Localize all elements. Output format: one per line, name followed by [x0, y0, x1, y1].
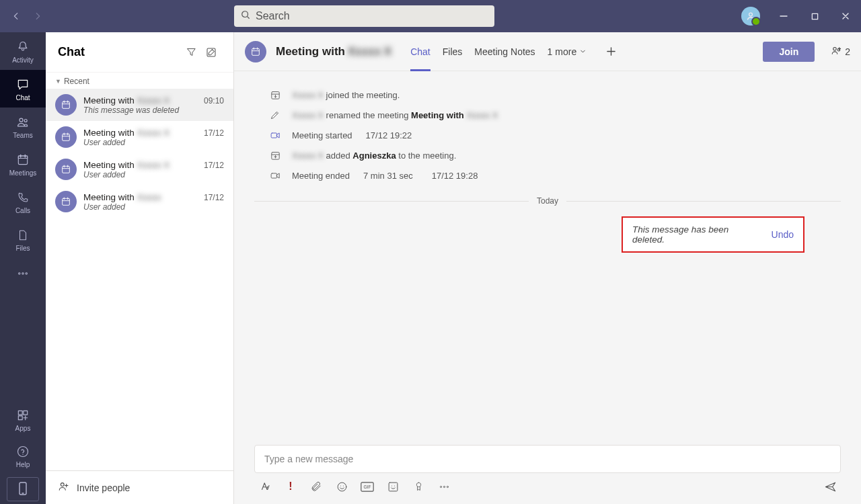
sticker-button[interactable]	[386, 480, 400, 493]
tab-files[interactable]: Files	[443, 32, 463, 71]
video-icon	[268, 128, 283, 142]
svg-rect-2	[812, 13, 817, 19]
calendar-icon	[55, 126, 77, 148]
tab-more[interactable]: 1 more	[548, 46, 587, 57]
tab-meeting-notes[interactable]: Meeting Notes	[474, 32, 535, 71]
rail-calls[interactable]: Calls	[0, 183, 46, 220]
search-icon	[241, 10, 250, 22]
meeting-icon	[245, 41, 266, 62]
priority-button[interactable]: !	[284, 480, 297, 493]
device-icon	[18, 482, 28, 497]
invite-label: Invite people	[77, 482, 130, 493]
rail-calls-label: Calls	[15, 207, 30, 214]
compose-toolbar: ! GIF	[254, 473, 841, 493]
chat-list-pane: Chat ▼ Recent Meeting with Xxxxx X09:10T…	[46, 32, 234, 504]
chat-item-title: Meeting with Xxxxx X	[83, 128, 170, 138]
chat-item[interactable]: Meeting with Xxxxx X17/12User added	[46, 121, 233, 153]
sys-added: Xxxxx X added Agnieszka to the meeting.	[268, 145, 841, 165]
compose-placeholder: Type a new message	[264, 454, 353, 464]
chat-item-sub: User added	[83, 170, 224, 179]
invite-people[interactable]: Invite people	[46, 470, 233, 504]
praise-button[interactable]	[412, 480, 425, 493]
participants-button[interactable]: 2	[831, 44, 850, 58]
profile-avatar[interactable]	[741, 7, 760, 26]
help-icon	[16, 445, 30, 460]
search-placeholder: Search	[256, 10, 290, 22]
calendar-icon	[55, 159, 77, 180]
svg-point-3	[20, 118, 23, 122]
gif-button[interactable]: GIF	[361, 480, 374, 493]
rail-device[interactable]	[7, 477, 39, 501]
invite-icon	[58, 480, 70, 495]
rail-help-label: Help	[16, 461, 30, 468]
rail-apps-label: Apps	[15, 425, 31, 432]
chat-section-recent[interactable]: ▼ Recent	[46, 73, 233, 89]
svg-text:GIF: GIF	[363, 485, 371, 489]
chat-item[interactable]: Meeting with Xxxxx X17/12User added	[46, 153, 233, 185]
svg-rect-18	[63, 166, 70, 173]
svg-point-34	[447, 486, 448, 487]
add-tab-button[interactable]	[603, 44, 619, 60]
emoji-button[interactable]	[335, 480, 348, 493]
filter-button[interactable]	[181, 42, 201, 62]
svg-point-1	[749, 13, 753, 16]
attach-button[interactable]	[309, 480, 323, 493]
svg-point-32	[440, 486, 441, 487]
maximize-button[interactable]	[799, 0, 830, 32]
undo-link[interactable]: Undo	[772, 229, 794, 240]
rail-files[interactable]: Files	[0, 220, 46, 258]
format-button[interactable]	[258, 480, 272, 493]
video-end-icon	[268, 168, 283, 183]
minimize-button[interactable]	[768, 0, 799, 32]
sys-joined: Xxxxx X joined the meeting.	[268, 85, 841, 105]
calendar-icon	[55, 94, 77, 116]
svg-rect-31	[389, 482, 398, 491]
rail-activity-label: Activity	[12, 56, 34, 64]
svg-point-4	[24, 119, 27, 122]
svg-rect-16	[63, 101, 70, 108]
rail-meetings-label: Meetings	[9, 169, 37, 177]
chat-item-sub: User added	[83, 138, 224, 147]
svg-point-33	[443, 486, 445, 487]
sys-started: Meeting started17/12 19:22	[268, 125, 841, 145]
rail-apps[interactable]: Apps	[0, 402, 46, 438]
chat-item[interactable]: Meeting with Xxxxx17/12User added	[46, 185, 233, 218]
sys-ended: Meeting ended7 min 31 sec17/12 19:28	[268, 165, 841, 185]
rail-chat-label: Chat	[15, 94, 30, 101]
rail-teams[interactable]: Teams	[0, 108, 46, 145]
send-button[interactable]	[823, 480, 837, 493]
compose-input[interactable]: Type a new message	[254, 445, 841, 473]
rail-files-label: Files	[15, 245, 30, 252]
svg-rect-14	[20, 482, 26, 495]
chat-item-title: Meeting with Xxxxx X	[83, 95, 170, 106]
svg-rect-21	[252, 48, 260, 55]
more-compose-button[interactable]	[437, 480, 451, 493]
rail-activity[interactable]: Activity	[0, 32, 46, 70]
svg-rect-10	[18, 411, 22, 415]
rail-teams-label: Teams	[13, 132, 32, 139]
join-button[interactable]: Join	[763, 42, 815, 62]
chat-header: Meeting with Xxxxx X Chat Files Meeting …	[234, 32, 861, 71]
svg-point-23	[837, 49, 839, 51]
svg-rect-12	[18, 415, 22, 419]
content-pane: Meeting with Xxxxx X Chat Files Meeting …	[234, 32, 861, 504]
rail-chat[interactable]: Chat	[0, 70, 46, 108]
svg-rect-27	[271, 173, 277, 177]
chat-item-title: Meeting with Xxxxx	[83, 192, 161, 202]
meeting-title: Meeting with Xxxxx X	[276, 45, 391, 58]
close-button[interactable]	[830, 0, 861, 32]
search-input[interactable]: Search	[234, 5, 494, 27]
chat-item[interactable]: Meeting with Xxxxx X09:10This message wa…	[46, 89, 233, 121]
new-chat-button[interactable]	[201, 42, 221, 62]
forward-button[interactable]	[30, 8, 46, 24]
svg-point-7	[19, 273, 20, 274]
chevron-down-icon: ▼	[55, 78, 61, 85]
deleted-text: This message has been deleted.	[632, 224, 761, 245]
back-button[interactable]	[8, 8, 24, 24]
svg-point-20	[61, 483, 64, 487]
rail-more[interactable]	[0, 258, 46, 290]
rail-meetings[interactable]: Meetings	[0, 145, 46, 183]
participants-icon	[831, 44, 843, 58]
tab-chat[interactable]: Chat	[410, 32, 430, 71]
rail-help[interactable]: Help	[0, 438, 46, 474]
